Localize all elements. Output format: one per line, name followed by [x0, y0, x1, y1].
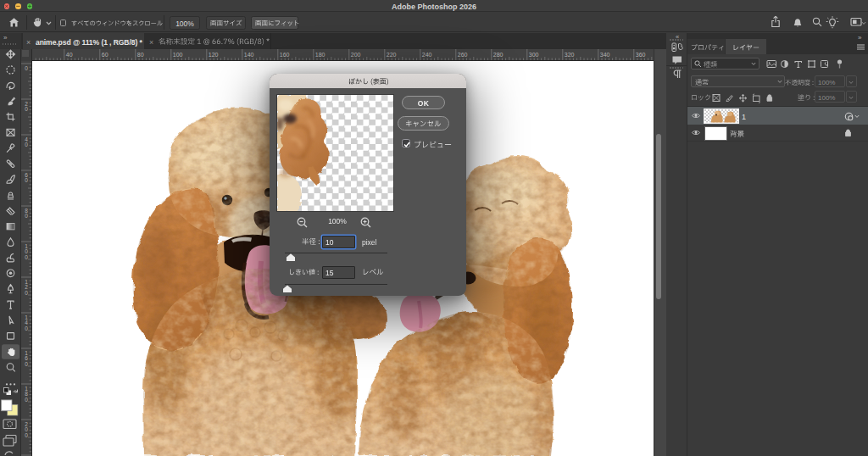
- svg-text:160: 160: [280, 52, 290, 58]
- svg-text:0: 0: [25, 65, 28, 71]
- svg-text:260: 260: [458, 52, 468, 58]
- svg-text:220: 220: [387, 52, 397, 58]
- svg-text:40: 40: [66, 52, 73, 58]
- svg-text:0: 0: [25, 106, 28, 112]
- svg-text:180: 180: [315, 52, 326, 58]
- svg-text:0: 0: [25, 432, 28, 438]
- svg-text:280: 280: [493, 52, 504, 58]
- svg-text:240: 240: [422, 52, 432, 58]
- svg-text:120: 120: [209, 52, 219, 58]
- svg-text:0: 0: [25, 213, 28, 219]
- svg-text:140: 140: [244, 52, 254, 58]
- svg-text:100: 100: [173, 52, 183, 58]
- svg-text:60: 60: [102, 52, 108, 58]
- svg-text:300: 300: [529, 52, 539, 58]
- svg-text:80: 80: [137, 52, 144, 58]
- svg-text:0: 0: [25, 254, 28, 260]
- svg-text:0: 0: [25, 397, 28, 403]
- svg-text:0: 0: [25, 361, 28, 367]
- svg-text:0: 0: [25, 177, 28, 183]
- svg-text:360: 360: [636, 52, 646, 58]
- svg-text:0: 0: [25, 142, 28, 147]
- svg-text:200: 200: [351, 52, 361, 58]
- svg-text:340: 340: [600, 52, 610, 58]
- svg-text:0: 0: [25, 325, 28, 331]
- svg-text:0: 0: [25, 290, 28, 296]
- svg-text:320: 320: [565, 52, 575, 58]
